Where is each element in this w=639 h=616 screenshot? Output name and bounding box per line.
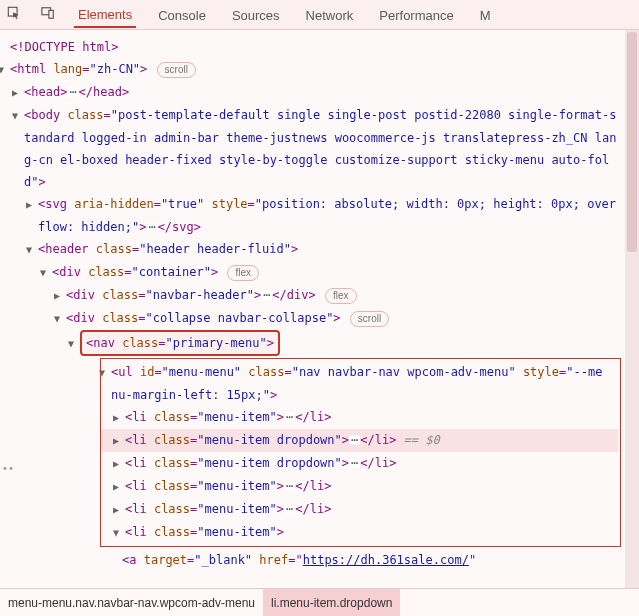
ellipsis-icon[interactable]: ⋯: [349, 435, 360, 445]
node-doctype[interactable]: <!DOCTYPE html>: [4, 36, 635, 58]
node-li-6[interactable]: <li class="menu-item">: [101, 521, 618, 544]
node-li-3[interactable]: <li class="menu-item dropdown">⋯</li>: [101, 452, 618, 475]
expand-icon[interactable]: [68, 333, 80, 355]
crumb-ul[interactable]: menu-menu.nav.navbar-nav.wpcom-adv-menu: [0, 589, 263, 616]
node-anchor[interactable]: <a target="_blank" href="https://dh.361s…: [4, 549, 635, 571]
ellipsis-icon[interactable]: ⋯: [284, 412, 295, 422]
breadcrumb[interactable]: menu-menu.nav.navbar-nav.wpcom-adv-menu …: [0, 588, 639, 616]
node-ul[interactable]: <ul id="menu-menu" class="nav navbar-nav…: [101, 361, 618, 406]
tab-console[interactable]: Console: [154, 2, 210, 28]
expand-icon[interactable]: [113, 453, 125, 475]
dom-tree[interactable]: <!DOCTYPE html> <html lang="zh-CN"> scro…: [0, 30, 639, 588]
node-li-4[interactable]: <li class="menu-item">⋯</li>: [101, 475, 618, 498]
tab-more[interactable]: M: [476, 2, 495, 28]
expand-icon[interactable]: [99, 362, 111, 384]
node-svg[interactable]: <svg aria-hidden="true" style="position:…: [4, 193, 635, 238]
node-nav[interactable]: <nav class="primary-menu">: [4, 330, 635, 356]
ellipsis-icon[interactable]: ⋯: [284, 504, 295, 514]
expand-icon[interactable]: [113, 476, 125, 498]
expand-icon[interactable]: [113, 430, 125, 452]
ellipsis-icon[interactable]: ⋯: [146, 222, 157, 232]
ellipsis-icon[interactable]: ⋯: [349, 458, 360, 468]
svg-rect-2: [49, 10, 53, 18]
expand-icon[interactable]: [40, 262, 52, 284]
ellipsis-icon[interactable]: ⋯: [261, 290, 272, 300]
expand-icon[interactable]: [12, 105, 24, 127]
href-link[interactable]: https://dh.361sale.com/: [303, 553, 469, 567]
node-container[interactable]: <div class="container"> flex: [4, 261, 635, 284]
inspect-icon[interactable]: [6, 6, 22, 23]
expand-icon[interactable]: [113, 407, 125, 429]
flex-badge[interactable]: flex: [325, 288, 357, 304]
selection-marker: == $0: [404, 433, 440, 447]
ellipsis-icon[interactable]: ⋯: [284, 481, 295, 491]
expand-icon[interactable]: [0, 59, 10, 81]
node-body[interactable]: <body class="post-template-default singl…: [4, 104, 635, 193]
node-collapse[interactable]: <div class="collapse navbar-collapse"> s…: [4, 307, 635, 330]
expand-icon[interactable]: [113, 499, 125, 521]
scroll-badge[interactable]: scroll: [157, 62, 196, 78]
expand-icon[interactable]: [54, 308, 66, 330]
expand-icon[interactable]: [113, 522, 125, 544]
crumb-li-selected[interactable]: li.menu-item.dropdown: [263, 589, 400, 616]
tab-network[interactable]: Network: [302, 2, 358, 28]
device-toggle-icon[interactable]: [40, 6, 56, 23]
scroll-badge[interactable]: scroll: [350, 311, 389, 327]
node-li-2-selected[interactable]: <li class="menu-item dropdown">⋯</li> ==…: [101, 429, 618, 452]
ellipsis-icon[interactable]: ⋯: [67, 87, 78, 97]
tab-sources[interactable]: Sources: [228, 2, 284, 28]
node-head[interactable]: <head>⋯</head>: [4, 81, 635, 104]
node-li-5[interactable]: <li class="menu-item">⋯</li>: [101, 498, 618, 521]
nav-highlight-box: <nav class="primary-menu">: [80, 330, 280, 356]
tab-performance[interactable]: Performance: [375, 2, 457, 28]
tab-elements[interactable]: Elements: [74, 1, 136, 28]
ul-highlight-box: <ul id="menu-menu" class="nav navbar-nav…: [100, 358, 621, 547]
tree-scrollbar[interactable]: [625, 30, 639, 588]
node-li-1[interactable]: <li class="menu-item">⋯</li>: [101, 406, 618, 429]
node-navbar-header[interactable]: <div class="navbar-header">⋯</div> flex: [4, 284, 635, 307]
expand-icon[interactable]: [12, 82, 24, 104]
devtools-tabbar: Elements Console Sources Network Perform…: [0, 0, 639, 30]
flex-badge[interactable]: flex: [227, 265, 259, 281]
scrollbar-thumb[interactable]: [627, 32, 637, 252]
expand-icon[interactable]: [26, 239, 38, 261]
expand-icon[interactable]: [54, 285, 66, 307]
node-html[interactable]: <html lang="zh-CN"> scroll: [4, 58, 635, 81]
expand-icon[interactable]: [26, 194, 38, 216]
gutter-indicator-icon: ••: [2, 458, 14, 480]
node-header[interactable]: <header class="header header-fluid">: [4, 238, 635, 261]
